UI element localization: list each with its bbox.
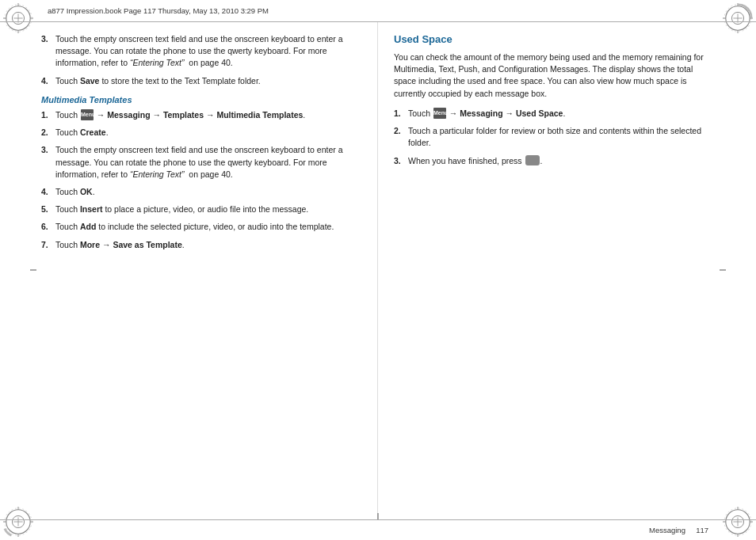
item-content: Touch the empty onscreen text field and … (55, 33, 363, 70)
item-number: 3. (41, 144, 55, 181)
list-item: 2. Touch Create. (41, 127, 363, 139)
used-space-list: 1. Touch Menu → Messaging → Used Space. … (394, 108, 715, 167)
list-item: 5. Touch Insert to place a picture, vide… (41, 203, 363, 215)
item-content: Touch Menu → Messaging → Templates → Mul… (55, 109, 363, 121)
item-content: Touch OK. (55, 186, 363, 198)
item-content: Touch a particular folder for review or … (408, 125, 715, 149)
section-heading-multimedia: Multimedia Templates (41, 95, 363, 105)
right-column: Used Space You can check the amount of t… (378, 22, 756, 519)
header-bar: a877 Impression.book Page 117 Thursday, … (0, 0, 756, 22)
menu-icon: Menu (433, 108, 446, 119)
item-number: 4. (41, 186, 55, 198)
list-item: 1. Touch Menu → Messaging → Templates → … (41, 109, 363, 121)
list-item: 7. Touch More → Save as Template. (41, 239, 363, 251)
item-number: 1. (394, 108, 408, 120)
intro-list: 3. Touch the empty onscreen text field a… (41, 33, 363, 87)
end-key-icon (525, 155, 540, 165)
item-content: Touch Add to include the selected pictur… (55, 221, 363, 233)
list-item: 3. When you have finished, press . (394, 155, 715, 167)
multimedia-templates-list: 1. Touch Menu → Messaging → Templates → … (41, 109, 363, 251)
footer-page-number: 117 (696, 526, 708, 534)
item-content: Touch the empty onscreen text field and … (55, 144, 363, 181)
item-number: 4. (41, 75, 55, 87)
item-number: 5. (41, 203, 55, 215)
item-number: 2. (41, 127, 55, 139)
item-number: 6. (41, 221, 55, 233)
menu-icon: Menu (81, 109, 94, 120)
item-number: 3. (394, 155, 408, 167)
right-column-heading: Used Space (394, 33, 715, 45)
list-item: 2. Touch a particular folder for review … (394, 125, 715, 149)
item-content: Touch Create. (55, 127, 363, 139)
list-item: 3. Touch the empty onscreen text field a… (41, 144, 363, 181)
item-number: 1. (41, 109, 55, 121)
left-column: 3. Touch the empty onscreen text field a… (0, 22, 378, 519)
item-number: 2. (394, 125, 408, 149)
right-intro-text: You can check the amount of the memory b… (394, 51, 715, 100)
item-content: Touch More → Save as Template. (55, 239, 363, 251)
item-number: 7. (41, 239, 55, 251)
list-item: 3. Touch the empty onscreen text field a… (41, 33, 363, 70)
list-item: 1. Touch Menu → Messaging → Used Space. (394, 108, 715, 120)
footer-label: Messaging (649, 526, 685, 534)
item-content: Touch Save to store the text to the Text… (55, 75, 363, 87)
left-tick-mark (30, 270, 36, 271)
footer-spacer (685, 526, 696, 534)
content-area: 3. Touch the empty onscreen text field a… (0, 22, 756, 519)
bottom-center-tick (378, 513, 379, 519)
right-tick-mark (720, 270, 726, 271)
list-item: 6. Touch Add to include the selected pic… (41, 221, 363, 233)
footer-bar: Messaging 117 (0, 519, 756, 540)
item-content: Touch Insert to place a picture, video, … (55, 203, 363, 215)
item-content: Touch Menu → Messaging → Used Space. (408, 108, 715, 120)
list-item: 4. Touch OK. (41, 186, 363, 198)
item-number: 3. (41, 33, 55, 70)
list-item: 4. Touch Save to store the text to the T… (41, 75, 363, 87)
item-content: When you have finished, press . (408, 155, 715, 167)
header-text: a877 Impression.book Page 117 Thursday, … (48, 6, 269, 15)
